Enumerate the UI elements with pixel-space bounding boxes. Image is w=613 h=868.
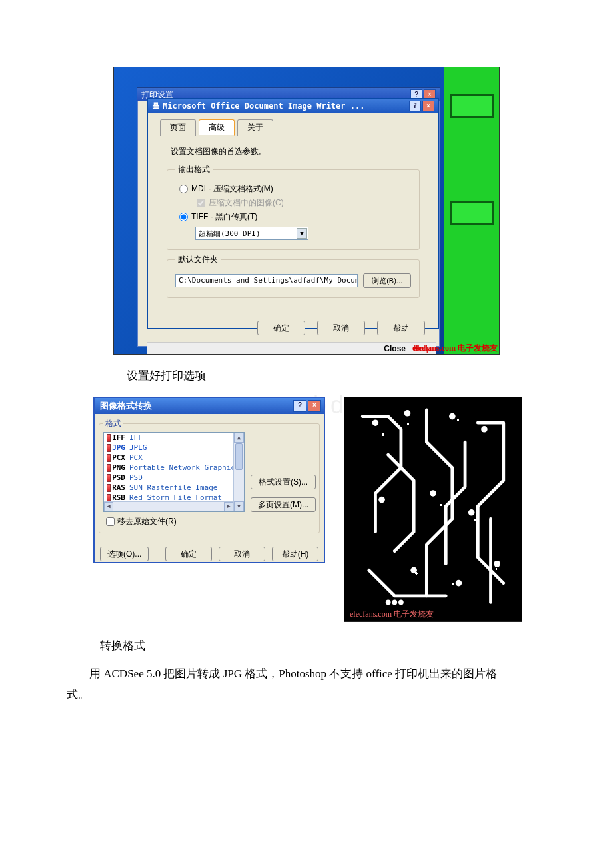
- file-icon: [107, 484, 111, 492]
- dpi-value: 超精细(300 DPI): [199, 229, 261, 239]
- panel-description: 设置文档图像的首选参数。: [171, 146, 421, 157]
- list-item[interactable]: PSDPSD: [104, 473, 244, 483]
- file-icon: [107, 474, 111, 482]
- format-settings-button[interactable]: 格式设置(S)...: [251, 475, 316, 489]
- format-ext: PSD: [112, 473, 125, 482]
- close-label[interactable]: Close: [384, 344, 406, 353]
- svg-point-7: [410, 567, 417, 574]
- svg-point-6: [468, 509, 475, 516]
- tab-advanced[interactable]: 高级: [199, 119, 235, 136]
- output-format-group: 输出格式 MDI - 压缩文档格式(M) 压缩文档中的图像(C): [167, 164, 420, 250]
- help-button[interactable]: 帮助(H): [272, 547, 318, 561]
- cancel-button[interactable]: 取消: [317, 321, 365, 335]
- watermark-elecfans: elecfans.com 电子发烧友: [412, 343, 498, 354]
- format-desc: JPEG: [129, 443, 147, 452]
- close-icon[interactable]: ×: [422, 101, 434, 111]
- output-format-legend: 输出格式: [175, 164, 213, 175]
- scroll-right-icon[interactable]: ▶: [224, 502, 233, 511]
- svg-point-0: [372, 419, 379, 426]
- ok-button[interactable]: 确定: [165, 547, 212, 561]
- format-desc: Portable Network Graphics: [129, 463, 240, 472]
- vertical-scrollbar[interactable]: ▲ ▼: [233, 433, 244, 511]
- format-ext: RAS: [112, 483, 125, 492]
- pcb-preview-image: elecfans.com 电子发烧友: [344, 397, 522, 622]
- inner-title-text: Microsoft Office Document Image Writer .…: [163, 101, 364, 111]
- radio-mdi-label: MDI - 压缩文档格式(M): [191, 183, 273, 195]
- watermark-elecfans: elecfans.com 电子发烧友: [350, 609, 434, 620]
- svg-point-4: [378, 497, 385, 503]
- svg-point-10: [386, 600, 391, 605]
- multipage-settings-button[interactable]: 多页设置(M)...: [251, 497, 316, 512]
- list-item[interactable]: RASSUN Rasterfile Image: [104, 483, 244, 493]
- statusbar: Close Help: [147, 342, 436, 354]
- close-icon[interactable]: ×: [308, 400, 321, 412]
- radio-mdi[interactable]: [179, 185, 188, 193]
- svg-point-5: [430, 490, 436, 497]
- cancel-button[interactable]: 取消: [219, 547, 265, 561]
- dialog-footer: 确定 取消 帮助: [148, 317, 438, 342]
- svg-point-8: [456, 580, 462, 587]
- remove-original-checkbox[interactable]: [106, 517, 115, 526]
- inner-titlebar: 🖶 Microsoft Office Document Image Writer…: [148, 99, 438, 113]
- dlg2-titlebar: 图像格式转换 ? ×: [95, 398, 324, 414]
- radio-tiff[interactable]: [179, 213, 188, 221]
- list-item[interactable]: PCXPCX: [104, 453, 244, 463]
- pcb-decoration: [444, 67, 499, 354]
- file-icon: [107, 444, 111, 452]
- help-icon[interactable]: ?: [293, 400, 306, 412]
- ok-button[interactable]: 确定: [257, 321, 305, 335]
- scrollbar-thumb[interactable]: [235, 443, 243, 470]
- print-settings-screenshot: 打印设置 ? × 🖶 Microsoft Office Document Ima…: [113, 67, 500, 355]
- svg-point-12: [398, 600, 404, 605]
- format-desc: IFF: [129, 433, 143, 442]
- list-item[interactable]: PNGPortable Network Graphics: [104, 463, 244, 473]
- tab-panel: 设置文档图像的首选参数。 输出格式 MDI - 压缩文档格式(M) 压缩文档中的…: [157, 139, 429, 311]
- svg-point-1: [404, 410, 411, 417]
- tab-page[interactable]: 页面: [160, 119, 196, 136]
- options-button[interactable]: 选项(O)...: [100, 547, 149, 561]
- file-icon: [107, 464, 111, 472]
- checkbox-compress-label: 压缩文档中的图像(C): [209, 197, 284, 209]
- svg-point-3: [481, 426, 488, 433]
- format-ext: PNG: [112, 463, 125, 472]
- tab-strip: 页面 高级 关于: [160, 119, 429, 135]
- dlg2-title-text: 图像格式转换: [100, 400, 152, 412]
- svg-point-11: [392, 600, 397, 605]
- default-folder-legend: 默认文件夹: [175, 254, 221, 265]
- radio-tiff-label: TIFF - 黑白传真(T): [191, 211, 257, 223]
- scroll-down-icon[interactable]: ▼: [234, 501, 244, 511]
- printer-icon: 🖶: [152, 101, 160, 111]
- file-icon: [107, 454, 111, 462]
- remove-original-label: 移去原始文件(R): [117, 516, 177, 527]
- format-desc: PSD: [129, 473, 143, 482]
- checkbox-compress: [197, 199, 205, 207]
- browse-button[interactable]: 浏览(B)...: [363, 273, 411, 288]
- folder-path-input[interactable]: C:\Documents and Settings\adfadf\My Docu…: [175, 274, 358, 287]
- default-folder-group: 默认文件夹 C:\Documents and Settings\adfadf\M…: [167, 254, 420, 298]
- inner-dialog: 🖶 Microsoft Office Document Image Writer…: [147, 98, 439, 329]
- dpi-dropdown[interactable]: 超精细(300 DPI) ▼: [195, 227, 308, 240]
- svg-point-2: [449, 413, 456, 420]
- file-icon: [107, 434, 111, 442]
- format-legend: 格式: [103, 418, 123, 429]
- format-desc: SUN Rasterfile Image: [129, 483, 217, 492]
- format-ext: JPG: [112, 443, 125, 452]
- help-button[interactable]: 帮助: [377, 321, 425, 335]
- format-convert-dialog: 图像格式转换 ? × 格式 IFFIFFJPGJPEGPCXPCXPNGPort…: [93, 397, 325, 563]
- help-icon[interactable]: ?: [409, 101, 421, 111]
- format-desc: PCX: [129, 453, 143, 462]
- scroll-left-icon[interactable]: ◀: [104, 502, 113, 511]
- list-item[interactable]: JPGJPEG: [104, 443, 244, 453]
- format-ext: IFF: [112, 433, 125, 442]
- tab-about[interactable]: 关于: [237, 119, 273, 136]
- scroll-up-icon[interactable]: ▲: [234, 433, 244, 443]
- caption-1: 设置好打印选项: [127, 368, 560, 383]
- horizontal-scrollbar[interactable]: ◀ ▶: [104, 501, 233, 511]
- paragraph-acdsee: 用 ACDSee 5.0 把图片转成 JPG 格式，Photoshop 不支持 …: [67, 664, 520, 705]
- file-icon: [107, 494, 111, 502]
- chevron-down-icon: ▼: [297, 228, 307, 239]
- format-ext: PCX: [112, 453, 125, 462]
- list-item[interactable]: IFFIFF: [104, 433, 244, 443]
- format-listbox[interactable]: IFFIFFJPGJPEGPCXPCXPNGPortable Network G…: [103, 432, 245, 512]
- svg-point-9: [494, 561, 500, 567]
